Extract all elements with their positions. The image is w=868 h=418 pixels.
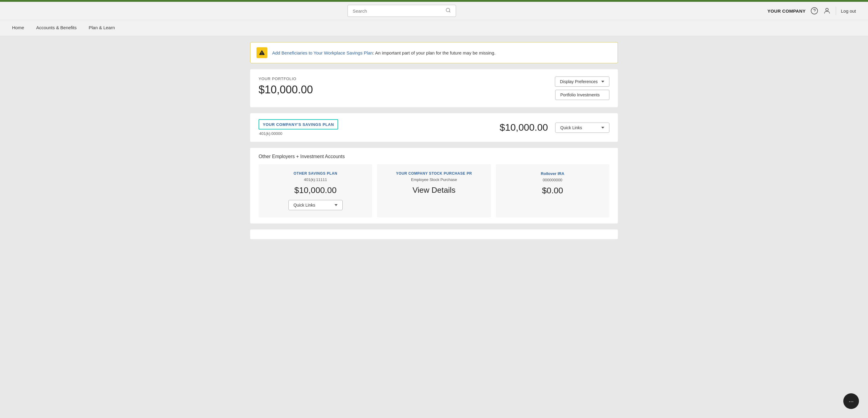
account-value-2: $0.00 (542, 186, 563, 195)
svg-point-2 (811, 7, 818, 14)
other-accounts-title: Other Employers + Investment Accounts (258, 154, 610, 159)
plan-value: $10,000.00 (500, 122, 548, 133)
header: YOUR COMPANY Log out (0, 2, 868, 20)
account-id-2: 000000000 (543, 178, 562, 182)
nav-item-home[interactable]: Home (12, 20, 24, 36)
company-name: YOUR COMPANY (767, 8, 806, 13)
account-card-1: YOUR COMPANY STOCK PURCHASE PR Employee … (377, 164, 491, 218)
savings-plan-card: YOUR COMPANY'S SAVINGS PLAN 401(k):00000… (250, 113, 618, 142)
accounts-grid: OTHER SAVINGS PLAN 401(k):11111 $10,000.… (258, 164, 610, 218)
account-value-1[interactable]: View Details (412, 186, 456, 195)
portfolio-header: YOUR PORTFOLIO $10,000.00 Display Prefer… (258, 76, 610, 100)
chevron-down-icon (601, 81, 604, 83)
search-input[interactable] (352, 8, 445, 13)
chevron-down-icon (335, 204, 338, 206)
plan-quick-links-button[interactable]: Quick Links (555, 123, 610, 133)
account-id-0: 401(k):11111 (304, 178, 327, 182)
portfolio-value: $10,000.00 (258, 84, 313, 96)
banner-link[interactable]: Add Beneficiaries to Your Workplace Savi… (272, 50, 373, 56)
warning-icon (256, 47, 267, 58)
display-preferences-button[interactable]: Display Preferences (555, 76, 610, 87)
svg-point-4 (826, 8, 829, 11)
account-card-2: Rollover IRA 000000000 $0.00 (496, 164, 610, 218)
account-name-1: YOUR COMPANY STOCK PURCHASE PR (396, 171, 472, 175)
main-nav: Home Accounts & Benefits Plan & Learn (0, 20, 868, 36)
banner-text: Add Beneficiaries to Your Workplace Savi… (272, 50, 495, 56)
account-name-2: Rollover IRA (541, 171, 564, 176)
search-container[interactable] (347, 5, 456, 17)
svg-line-1 (450, 11, 450, 12)
portfolio-investments-button[interactable]: Portfolio Investments (555, 90, 610, 100)
portfolio-section: YOUR PORTFOLIO $10,000.00 Display Prefer… (250, 69, 618, 107)
account-name-0: OTHER SAVINGS PLAN (293, 171, 337, 175)
nav-item-accounts-benefits[interactable]: Accounts & Benefits (36, 20, 76, 36)
help-icon-button[interactable] (810, 7, 818, 15)
search-icon (445, 7, 451, 14)
header-right: YOUR COMPANY Log out (767, 7, 856, 15)
plan-card-right: $10,000.00 Quick Links (500, 122, 610, 133)
logout-button[interactable]: Log out (841, 8, 856, 13)
portfolio-actions: Display Preferences Portfolio Investment… (555, 76, 610, 100)
banner-body: : An important part of your plan for the… (373, 50, 495, 56)
main-content: Add Beneficiaries to Your Workplace Savi… (238, 42, 630, 251)
plan-card-left: YOUR COMPANY'S SAVINGS PLAN 401(k):00000 (258, 119, 338, 136)
account-card-0: OTHER SAVINGS PLAN 401(k):11111 $10,000.… (258, 164, 372, 218)
beneficiary-banner: Add Beneficiaries to Your Workplace Savi… (250, 42, 618, 63)
header-divider (836, 7, 836, 15)
plan-title-box[interactable]: YOUR COMPANY'S SAVINGS PLAN (258, 119, 338, 129)
other-accounts-section: Other Employers + Investment Accounts OT… (250, 148, 618, 223)
account-value-0: $10,000.00 (294, 186, 337, 195)
portfolio-label: YOUR PORTFOLIO (258, 76, 313, 81)
account-quick-links-button-0[interactable]: Quick Links (288, 200, 343, 210)
account-id-1: Employee Stock Purchase (411, 178, 457, 182)
plan-subtitle: 401(k):00000 (259, 131, 338, 136)
chevron-down-icon (601, 127, 604, 129)
user-profile-icon-button[interactable] (823, 7, 831, 15)
portfolio-info: YOUR PORTFOLIO $10,000.00 (258, 76, 313, 96)
nav-item-plan-learn[interactable]: Plan & Learn (89, 20, 115, 36)
plan-title: YOUR COMPANY'S SAVINGS PLAN (263, 122, 334, 127)
bottom-section (250, 229, 618, 239)
